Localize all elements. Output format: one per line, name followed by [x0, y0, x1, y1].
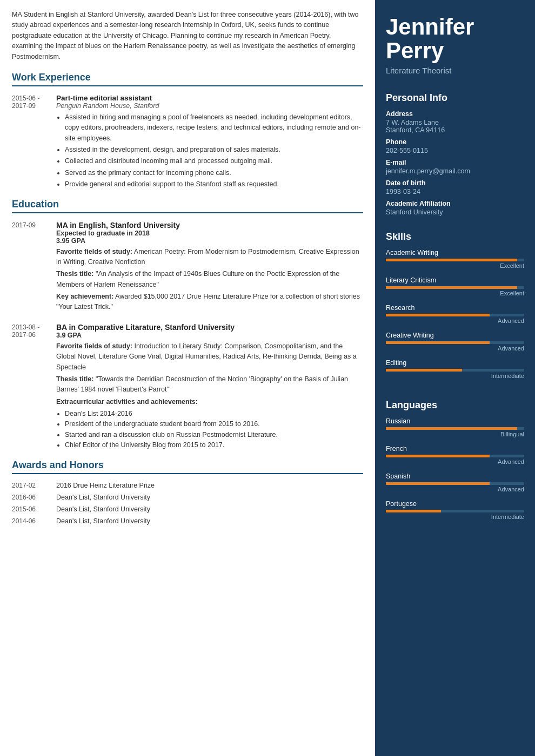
award-entry: 2017-02 2016 Drue Heinz Literature Prize: [12, 482, 363, 489]
edu-bullet: Chief Editor of the University Blog from…: [65, 440, 363, 450]
language-name: Russian: [386, 417, 524, 425]
education-section: Education 2017-09 MA in English, Stanfor…: [12, 199, 363, 451]
work-entry-subtitle: Penguin Random House, Stanford: [56, 102, 363, 110]
award-entry: 2015-06 Dean's List, Stanford University: [12, 505, 363, 513]
summary-text: MA Student in English at Stanford Univer…: [12, 10, 363, 62]
right-panel: Jennifer Perry Literature Theorist Perso…: [375, 0, 535, 756]
edu-gpa-ba: 3.9 GPA: [56, 332, 363, 339]
skill-bar-fill: [386, 259, 517, 261]
skill-bar-container: [386, 286, 524, 289]
skill-item: Creative Writing Advanced: [386, 332, 524, 352]
language-name: Portugese: [386, 500, 524, 508]
languages-section: Languages Russian Billingual French Adva…: [375, 392, 535, 533]
language-name: Spanish: [386, 473, 524, 480]
bullet-item: Served as the primary contact for incomi…: [65, 168, 363, 178]
award-text: 2016 Drue Heinz Literature Prize: [56, 482, 155, 489]
award-date: 2016-06: [12, 494, 56, 501]
personal-info-section: Personal Info Address 7 W. Adams Lane St…: [375, 85, 535, 224]
award-text: Dean's List, Stanford University: [56, 517, 150, 525]
skill-item: Academic Writing Excellent: [386, 249, 524, 269]
language-bar-fill: [386, 510, 441, 512]
language-level: Advanced: [386, 458, 524, 465]
languages-container: Russian Billingual French Advanced Spani…: [386, 417, 524, 520]
award-text: Dean's List, Stanford University: [56, 494, 150, 501]
edu-entry-ma: 2017-09 MA in English, Stanford Universi…: [12, 221, 363, 314]
language-level: Billingual: [386, 431, 524, 437]
dob-value: 1993-03-24: [386, 188, 524, 195]
language-item: Spanish Advanced: [386, 473, 524, 492]
bullet-item: Collected and distributed incoming mail …: [65, 156, 363, 166]
work-entry: 2015-06 -2017-09 Part-time editorial ass…: [12, 94, 363, 191]
edu-expected-ma: Expected to graduate in 2018: [56, 230, 363, 237]
email-label: E-mail: [386, 159, 524, 166]
language-bar-container: [386, 427, 524, 430]
edu-bullet: Started and ran a discussion club on Rus…: [65, 430, 363, 440]
skill-item: Literary Criticism Excellent: [386, 276, 524, 296]
edu-achievement-ma: Key achievement: Awarded $15,000 2017 Dr…: [56, 292, 363, 313]
profile-header: Jennifer Perry Literature Theorist: [375, 0, 535, 85]
skill-item: Research Advanced: [386, 304, 524, 324]
skills-container: Academic Writing Excellent Literary Crit…: [386, 249, 524, 379]
skill-bar-fill: [386, 286, 517, 289]
skill-bar-fill: [386, 369, 462, 372]
edu-bullet: President of the undergraduate student b…: [65, 419, 363, 429]
work-entry-date: 2015-06 -2017-09: [12, 94, 56, 191]
award-date: 2015-06: [12, 505, 56, 513]
language-bar-fill: [386, 455, 490, 457]
award-entry: 2014-06 Dean's List, Stanford University: [12, 517, 363, 525]
edu-title-ma: MA in English, Stanford University: [56, 221, 363, 230]
edu-extracurricular-label: Extracurricular activities and achieveme…: [56, 397, 363, 407]
bullet-item: Assisted in hiring and managing a pool o…: [65, 112, 363, 144]
education-title: Education: [12, 199, 363, 213]
edu-date-ba: 2013-08 -2017-06: [12, 323, 56, 451]
language-bar-container: [386, 455, 524, 457]
skill-name: Research: [386, 304, 524, 312]
skill-bar-container: [386, 259, 524, 261]
personal-info-title: Personal Info: [386, 92, 524, 104]
skill-level: Advanced: [386, 318, 524, 324]
profile-last-name: Perry: [386, 38, 444, 63]
skill-level: Excellent: [386, 290, 524, 296]
address-value: 7 W. Adams Lane Stanford, CA 94116: [386, 119, 524, 134]
award-date: 2017-02: [12, 482, 56, 489]
language-item: French Advanced: [386, 445, 524, 465]
skill-bar-container: [386, 341, 524, 344]
edu-content-ma: MA in English, Stanford University Expec…: [56, 221, 363, 314]
work-experience-title: Work Experience: [12, 72, 363, 86]
profile-first-name: Jennifer: [386, 14, 474, 39]
language-item: Portugese Intermediate: [386, 500, 524, 520]
phone-label: Phone: [386, 138, 524, 146]
edu-thesis-ma: Thesis title: "An Analysis of the Impact…: [56, 269, 363, 290]
award-text: Dean's List, Stanford University: [56, 505, 150, 513]
work-entry-title: Part-time editorial assistant: [56, 94, 363, 102]
work-entry-content: Part-time editorial assistant Penguin Ra…: [56, 94, 363, 191]
phone-value: 202-555-0115: [386, 147, 524, 154]
profile-title: Literature Theorist: [386, 66, 524, 75]
awards-section: Awards and Honors 2017-02 2016 Drue Hein…: [12, 460, 363, 525]
edu-bullet: Dean's List 2014-2016: [65, 409, 363, 419]
language-bar-container: [386, 510, 524, 512]
bullet-item: Assisted in the development, design, and…: [65, 145, 363, 155]
work-experience-section: Work Experience 2015-06 -2017-09 Part-ti…: [12, 72, 363, 191]
skill-bar-container: [386, 369, 524, 372]
skill-level: Advanced: [386, 345, 524, 352]
skill-bar-fill: [386, 314, 490, 316]
language-level: Intermediate: [386, 514, 524, 520]
language-bar-fill: [386, 427, 517, 430]
edu-favorite-ma: Favorite fields of study: American Poetr…: [56, 247, 363, 268]
work-entry-bullets: Assisted in hiring and managing a pool o…: [56, 112, 363, 190]
skill-name: Literary Criticism: [386, 276, 524, 284]
language-bar-container: [386, 482, 524, 485]
language-level: Advanced: [386, 486, 524, 492]
affiliation-value: Stanford University: [386, 208, 524, 216]
language-item: Russian Billingual: [386, 417, 524, 437]
skill-name: Editing: [386, 359, 524, 367]
affiliation-label: Academic Affiliation: [386, 200, 524, 207]
edu-thesis-ba: Thesis title: "Towards the Derridian Dec…: [56, 374, 363, 395]
edu-content-ba: BA in Comparative Litarature, Stanford U…: [56, 323, 363, 451]
bullet-item: Provide general and editorial support to…: [65, 179, 363, 190]
language-bar-fill: [386, 482, 490, 485]
address-label: Address: [386, 110, 524, 118]
award-entry: 2016-06 Dean's List, Stanford University: [12, 494, 363, 501]
skill-name: Creative Writing: [386, 332, 524, 339]
